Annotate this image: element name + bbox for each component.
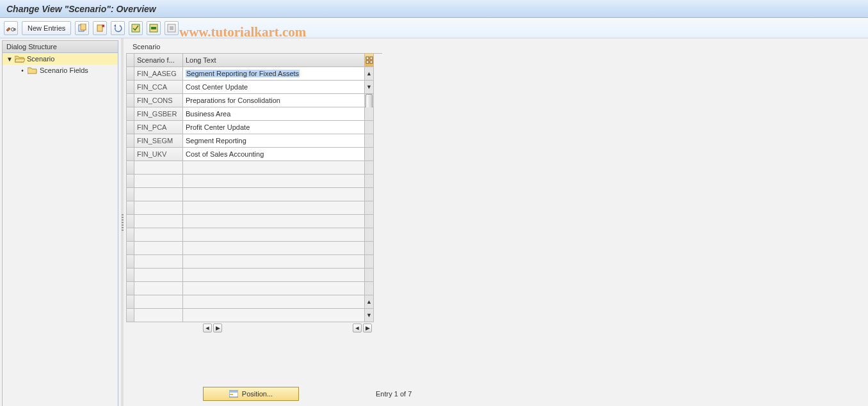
table-cell-empty [183, 161, 365, 175]
vertical-scrollbar-segment[interactable] [365, 134, 374, 148]
svg-rect-13 [370, 61, 373, 63]
tree-item-scenario[interactable]: ▼ Scenario [3, 53, 118, 65]
undo-icon [113, 24, 122, 33]
toggle-view-button[interactable] [4, 21, 18, 35]
table-cell-empty [134, 228, 183, 242]
row-selector[interactable] [127, 282, 134, 295]
row-selector[interactable] [127, 134, 134, 148]
table-cell-empty [134, 242, 183, 255]
row-selector[interactable] [127, 242, 134, 255]
tree-item-scenario-fields[interactable]: • Scenario Fields [3, 65, 118, 76]
tree-item-label: Scenario [27, 55, 54, 63]
scroll-last-icon[interactable]: ▶ [363, 324, 372, 332]
table-cell-text[interactable]: Segment Reporting [183, 134, 365, 148]
row-selector[interactable] [127, 107, 134, 121]
table-cell-empty [134, 188, 183, 201]
select-all-button[interactable] [129, 21, 143, 35]
new-entries-label: New Entries [28, 24, 65, 32]
delete-button[interactable] [93, 21, 107, 35]
delete-icon [95, 24, 104, 33]
row-selector[interactable] [127, 188, 134, 201]
vertical-scrollbar-segment[interactable] [365, 175, 374, 188]
deselect-all-button[interactable] [165, 21, 179, 35]
vertical-scrollbar-segment[interactable] [365, 161, 374, 175]
row-selector[interactable] [127, 269, 134, 282]
vertical-scrollbar-segment[interactable] [365, 121, 374, 134]
table-cell-text[interactable]: Preparations for Consolidation [183, 94, 365, 107]
svg-rect-12 [366, 61, 369, 63]
row-selector[interactable] [127, 201, 134, 215]
table-cell-code[interactable]: FIN_CCA [134, 81, 183, 94]
table-cell-text[interactable]: Profit Center Update [183, 121, 365, 134]
deselect-all-icon [167, 24, 176, 33]
row-selector[interactable] [127, 81, 134, 94]
table-cell-empty [134, 309, 183, 322]
position-label: Position... [242, 390, 273, 398]
table-cell-empty [183, 255, 365, 269]
vertical-scrollbar-segment[interactable] [365, 148, 374, 161]
vertical-scrollbar-segment[interactable] [365, 215, 374, 228]
row-selector[interactable] [127, 228, 134, 242]
new-entries-button[interactable]: New Entries [22, 21, 71, 35]
vertical-scrollbar-segment[interactable] [365, 269, 374, 282]
column-header-longtext[interactable]: Long Text [183, 54, 365, 67]
table-cell-empty [183, 269, 365, 282]
tree-item-label: Scenario Fields [40, 66, 88, 74]
page-title: Change View "Scenario": Overview [6, 4, 156, 14]
row-selector[interactable] [127, 67, 134, 81]
vertical-scrollbar-segment[interactable] [365, 188, 374, 201]
row-selector-header[interactable] [127, 54, 134, 67]
copy-as-button[interactable] [75, 21, 89, 35]
undo-button[interactable] [111, 21, 125, 35]
table-cell-text[interactable]: Cost Center Update [183, 81, 365, 94]
row-selector[interactable] [127, 215, 134, 228]
vertical-scrollbar-segment[interactable]: ▼ [365, 309, 374, 322]
table-config-button[interactable] [365, 54, 374, 67]
bullet-icon: • [19, 67, 26, 74]
table-cell-code[interactable]: FIN_CONS [134, 94, 183, 107]
table-cell-code[interactable]: FIN_SEGM [134, 134, 183, 148]
table-cell-code[interactable]: FIN_GSBER [134, 107, 183, 121]
scroll-right-icon[interactable]: ◄ [353, 324, 362, 332]
scroll-left-icon[interactable]: ▶ [213, 324, 222, 332]
application-toolbar: New Entries [0, 18, 868, 38]
svg-rect-4 [97, 25, 102, 31]
select-block-button[interactable] [147, 21, 161, 35]
table-cell-code[interactable]: FIN_UKV [134, 148, 183, 161]
row-selector[interactable] [127, 309, 134, 322]
position-button[interactable]: Position... [203, 387, 299, 401]
svg-rect-3 [81, 24, 86, 30]
row-selector[interactable] [127, 175, 134, 188]
vertical-scrollbar-segment[interactable] [365, 255, 374, 269]
table-cell-empty [183, 282, 365, 295]
vertical-scrollbar-segment[interactable] [365, 201, 374, 215]
table-cell-code[interactable]: FIN_PCA [134, 121, 183, 134]
vertical-scrollbar-segment[interactable] [365, 94, 374, 107]
vertical-scrollbar-segment[interactable] [365, 242, 374, 255]
folder-open-icon [15, 55, 25, 63]
scroll-first-icon[interactable]: ◄ [203, 324, 212, 332]
row-selector[interactable] [127, 94, 134, 107]
row-selector[interactable] [127, 121, 134, 134]
row-selector[interactable] [127, 161, 134, 175]
entry-count-text: Entry 1 of 7 [376, 390, 412, 398]
table-cell-text[interactable]: Segment Reporting for Fixed Assets [183, 67, 365, 81]
table-cell-empty [134, 215, 183, 228]
table-cell-text[interactable]: Cost of Sales Accounting [183, 148, 365, 161]
column-header-scenario[interactable]: Scenario f... [134, 54, 183, 67]
vertical-scrollbar-segment[interactable]: ▲ [365, 295, 374, 309]
horizontal-scrollbar[interactable]: ◄ ▶ ◄ ▶ [126, 322, 382, 334]
row-selector[interactable] [127, 255, 134, 269]
svg-rect-5 [132, 24, 140, 32]
vertical-scrollbar-segment[interactable] [365, 282, 374, 295]
row-selector[interactable] [127, 148, 134, 161]
table-cell-empty [134, 295, 183, 309]
table-cell-code[interactable]: FIN_AASEG [134, 67, 183, 81]
row-selector[interactable] [127, 295, 134, 309]
vertical-scrollbar-segment[interactable]: ▼ [365, 81, 374, 94]
vertical-scrollbar-segment[interactable] [365, 228, 374, 242]
svg-rect-7 [151, 27, 156, 29]
vertical-scrollbar-segment[interactable] [365, 107, 374, 121]
vertical-scrollbar-segment[interactable]: ▲ [365, 67, 374, 81]
table-cell-text[interactable]: Business Area [183, 107, 365, 121]
